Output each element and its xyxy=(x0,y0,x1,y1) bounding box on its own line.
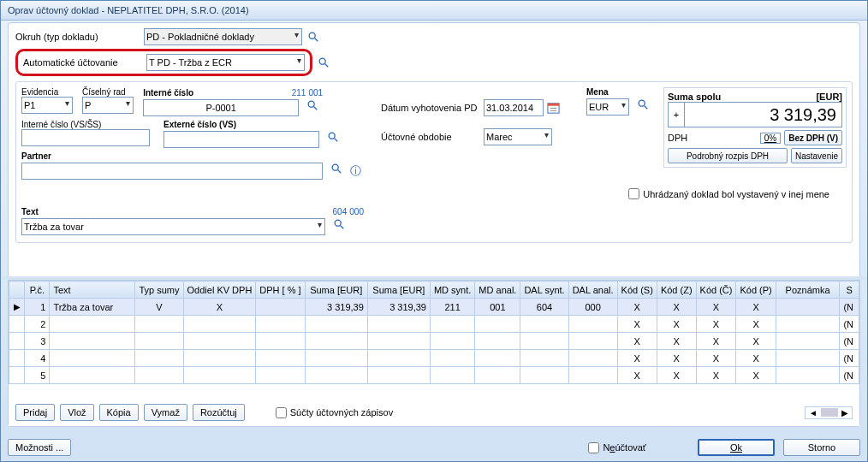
kopia-button[interactable]: Kópia xyxy=(99,404,139,421)
okruh-row: Okruh (typ dokladu) xyxy=(15,28,853,45)
uhradzany-checkbox[interactable] xyxy=(628,188,639,199)
col-kz[interactable]: Kód (Z) xyxy=(657,281,696,299)
grid-area: P.č. Text Typ sumy Oddiel KV DPH DPH [ %… xyxy=(9,280,859,426)
col-dala[interactable]: DAL anal. xyxy=(568,281,617,299)
externe-vs-input[interactable] xyxy=(163,131,319,148)
interne-lookup-icon[interactable] xyxy=(305,98,320,113)
okruh-lookup-icon[interactable] xyxy=(306,29,321,44)
sucty-checkbox[interactable] xyxy=(276,407,287,418)
partner-label: Partner xyxy=(21,151,381,161)
footer: Možnosti ... Neúčtovať Ok Storno xyxy=(8,439,860,456)
col-last[interactable]: S xyxy=(840,281,859,299)
vloz-button[interactable]: Vlož xyxy=(60,404,93,421)
ciselny-rad-select[interactable] xyxy=(82,97,134,114)
dph-label: DPH xyxy=(668,133,687,143)
title-bar: Oprav účtovný doklad - NEPLATITEĽ DPH, S… xyxy=(1,1,867,21)
nastavenie-button[interactable]: Nastavenie xyxy=(791,148,842,163)
sucty-check[interactable]: Súčty účtovných zápisov xyxy=(276,407,393,418)
text-code2: 000 xyxy=(349,207,364,216)
neuctovat-check[interactable]: Neúčtovať xyxy=(588,442,646,453)
svg-line-17 xyxy=(341,226,344,229)
interne-cislo-input[interactable] xyxy=(143,99,299,116)
rozpis-dph-button[interactable]: Podrobný rozpis DPH xyxy=(668,148,788,163)
sucty-label: Súčty účtovných zápisov xyxy=(290,407,393,418)
partner-lookup-icon[interactable] xyxy=(329,161,344,176)
svg-line-1 xyxy=(315,38,318,42)
text-code1: 604 xyxy=(333,207,348,216)
col-s1[interactable]: Suma [EUR] xyxy=(305,281,367,299)
svg-rect-11 xyxy=(547,103,558,105)
content-area: Okruh (typ dokladu) Automatické účtovani… xyxy=(8,22,860,427)
table-row[interactable]: ▶1Tržba za tovarVX3 319,393 319,39211001… xyxy=(9,299,859,316)
suma-sign[interactable]: + xyxy=(669,103,685,127)
col-kp[interactable]: Kód (P) xyxy=(736,281,776,299)
col-dals[interactable]: DAL synt. xyxy=(520,281,568,299)
col-s2[interactable]: Suma [EUR] xyxy=(367,281,430,299)
col-pozn[interactable]: Poznámka xyxy=(776,281,840,299)
dph-pct[interactable]: 0% xyxy=(760,133,781,144)
partner-info-icon[interactable]: ⓘ xyxy=(350,164,361,177)
pridaj-button[interactable]: Pridaj xyxy=(15,404,55,421)
grid-table[interactable]: P.č. Text Typ sumy Oddiel KV DPH DPH [ %… xyxy=(9,281,859,384)
horizontal-scroll[interactable]: ◄▶ xyxy=(805,406,853,419)
suma-ccy: [EUR] xyxy=(816,92,842,102)
neuctovat-label: Neúčtovať xyxy=(603,442,646,453)
svg-line-15 xyxy=(645,106,648,110)
mena-lookup-icon[interactable] xyxy=(635,97,651,112)
interne-code2: 001 xyxy=(308,88,323,98)
svg-line-3 xyxy=(325,64,329,68)
col-text[interactable]: Text xyxy=(50,281,135,299)
bez-dph-button[interactable]: Bez DPH (V) xyxy=(784,130,842,145)
evidencia-select[interactable] xyxy=(21,97,73,114)
table-row[interactable]: 5XXXX(N xyxy=(9,367,859,384)
text-input[interactable] xyxy=(21,218,325,235)
table-row[interactable]: 3XXXX(N xyxy=(9,333,859,350)
auto-accounting-row: Automatické účtovanie xyxy=(15,49,853,76)
svg-point-14 xyxy=(639,100,645,106)
okruh-label: Okruh (typ dokladu) xyxy=(15,32,144,42)
interne-vs-input[interactable] xyxy=(21,129,150,146)
datum-vyhot-input[interactable] xyxy=(484,99,544,116)
okruh-select[interactable] xyxy=(144,28,302,45)
mena-select[interactable] xyxy=(586,98,629,116)
col-mda[interactable]: MD anal. xyxy=(475,281,520,299)
calendar-icon[interactable] xyxy=(545,100,561,116)
storno-button[interactable]: Storno xyxy=(783,439,860,456)
externe-vs-label: Externé číslo (VS) xyxy=(163,120,343,129)
col-arrow[interactable] xyxy=(9,281,25,299)
uhradzany-check[interactable]: Uhrádzaný doklad bol vystavený v inej me… xyxy=(628,188,829,199)
upper-form: Okruh (typ dokladu) Automatické účtovani… xyxy=(9,23,859,250)
suma-value[interactable]: 3 319,39 xyxy=(685,105,841,125)
col-kvdph[interactable]: Oddiel KV DPH xyxy=(183,281,256,299)
table-row[interactable]: 4XXXX(N xyxy=(9,350,859,367)
ok-button[interactable]: Ok xyxy=(698,439,775,456)
rozuctuj-button[interactable]: Rozúčtuj xyxy=(193,404,245,421)
auto-acc-lookup-icon[interactable] xyxy=(316,55,331,70)
interne-cislo-label: Interné číslo xyxy=(143,88,193,98)
col-dphp[interactable]: DPH [ % ] xyxy=(256,281,305,299)
vymaz-button[interactable]: Vymaž xyxy=(144,404,187,421)
uhradzany-label: Uhrádzaný doklad bol vystavený v inej me… xyxy=(643,189,829,199)
window-title: Oprav účtovný doklad - NEPLATITEĽ DPH, S… xyxy=(8,5,249,15)
externe-lookup-icon[interactable] xyxy=(325,129,341,145)
suma-label: Suma spolu xyxy=(668,92,721,102)
neuctovat-checkbox[interactable] xyxy=(588,442,599,453)
moznosti-button[interactable]: Možnosti ... xyxy=(8,439,71,456)
col-pc[interactable]: P.č. xyxy=(25,281,50,299)
svg-point-2 xyxy=(319,58,325,64)
main-group: Evidencia Číselný rad Interné číslo xyxy=(15,81,853,243)
col-typ[interactable]: Typ sumy xyxy=(135,281,183,299)
col-ks[interactable]: Kód (S) xyxy=(617,281,657,299)
text-lookup-icon[interactable] xyxy=(331,216,347,232)
text-label: Text xyxy=(21,207,39,216)
uct-obdobie-select[interactable] xyxy=(484,128,552,145)
partner-input[interactable] xyxy=(21,163,323,180)
col-kc[interactable]: Kód (Č) xyxy=(696,281,736,299)
auto-acc-select[interactable] xyxy=(146,54,305,71)
svg-point-4 xyxy=(308,101,314,107)
col-mds[interactable]: MD synt. xyxy=(430,281,474,299)
interne-vs-label: Interné číslo (VS/ŠS) xyxy=(21,120,154,129)
svg-point-0 xyxy=(309,33,315,38)
uct-obdobie-label: Účtovné obdobie xyxy=(381,132,484,142)
table-row[interactable]: 2XXXX(N xyxy=(9,316,859,333)
